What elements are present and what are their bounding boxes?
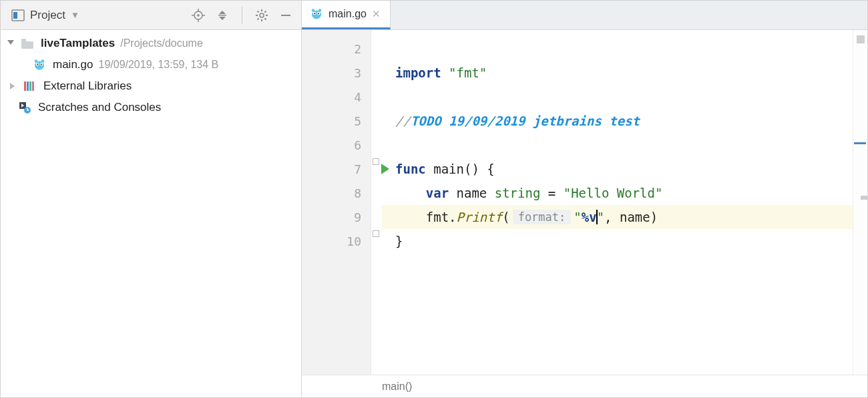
svg-marker-37 <box>10 83 15 89</box>
line-number: 10 <box>347 234 361 248</box>
svg-rect-1 <box>13 12 17 19</box>
folder-icon <box>21 37 35 49</box>
tab-main-go[interactable]: main.go ✕ <box>302 1 391 29</box>
editor-tab-bar: main.go ✕ <box>302 1 867 29</box>
line-number: 8 <box>354 186 361 200</box>
svg-rect-9 <box>218 15 226 16</box>
fold-start-icon[interactable] <box>373 158 379 165</box>
line-number: 7 <box>354 162 361 176</box>
breadcrumb[interactable]: main() <box>382 381 412 393</box>
kw-func: func <box>395 162 426 176</box>
stripe-marker[interactable] <box>861 196 867 200</box>
go-file-icon <box>310 7 323 21</box>
active-line: fmt.Printf(format:"%v", name) <box>382 205 866 229</box>
svg-point-26 <box>314 13 315 14</box>
editor-wrap: 2 3 4 5 6 7 8 9 10 import "fmt" //TODO 1… <box>302 30 867 397</box>
line-number: 4 <box>354 90 361 104</box>
str-hello: "Hello World" <box>564 186 663 200</box>
toolbar-separator <box>242 7 242 24</box>
libraries-icon <box>23 80 38 92</box>
line-number: 9 <box>354 210 361 224</box>
type-string: string <box>495 186 541 200</box>
func-sig: main() { <box>426 162 495 176</box>
tree-scratches-label: Scratches and Consoles <box>38 100 161 116</box>
close-icon[interactable]: ✕ <box>372 8 381 20</box>
chevron-right-icon <box>10 83 18 89</box>
project-label: Project <box>30 9 65 22</box>
project-tree: liveTamplates /Projects/docume main.go 1… <box>1 30 302 397</box>
svg-line-17 <box>264 18 266 19</box>
svg-marker-28 <box>7 40 14 45</box>
svg-rect-40 <box>29 81 31 91</box>
breadcrumbs-bar[interactable]: main() <box>302 375 867 397</box>
tree-file-main-go[interactable]: main.go 19/09/2019, 13:59, 134 B <box>1 54 301 75</box>
expand-all-icon[interactable] <box>214 7 231 24</box>
svg-rect-39 <box>27 81 29 91</box>
kw-var: var <box>426 186 449 200</box>
svg-point-23 <box>318 9 321 11</box>
svg-point-35 <box>37 63 38 65</box>
tree-root-path: /Projects/docume <box>120 35 203 51</box>
svg-line-16 <box>258 11 259 12</box>
svg-point-3 <box>197 14 200 17</box>
error-stripe[interactable] <box>853 30 867 375</box>
str-fmt: "fmt" <box>449 65 487 80</box>
scratches-icon <box>18 101 33 114</box>
line-number: 5 <box>354 114 361 128</box>
svg-line-19 <box>264 11 266 12</box>
svg-rect-41 <box>32 81 34 91</box>
go-file-icon <box>33 58 47 71</box>
svg-rect-29 <box>21 39 26 41</box>
tree-root-name: liveTamplates <box>41 35 115 51</box>
main-area: liveTamplates /Projects/docume main.go 1… <box>1 30 867 397</box>
line-number: 3 <box>354 66 361 80</box>
locate-icon[interactable] <box>190 7 207 24</box>
analysis-status-icon <box>857 35 865 43</box>
close-brace: } <box>395 234 403 248</box>
tree-scratches[interactable]: Scratches and Consoles <box>1 97 301 118</box>
chevron-down-icon: ▼ <box>71 10 79 20</box>
fold-end-icon[interactable] <box>373 230 379 237</box>
tree-extlib-label: External Libraries <box>43 78 132 94</box>
gear-icon[interactable] <box>253 7 270 24</box>
stripe-marker[interactable] <box>854 142 866 144</box>
todo-text: TODO 19/09/2019 jetbrains test <box>411 114 640 128</box>
svg-rect-46 <box>27 110 29 110</box>
param-hint: format: <box>513 210 572 224</box>
project-tool-window-button[interactable]: Project ▼ <box>7 7 83 23</box>
tree-external-libraries[interactable]: External Libraries <box>1 75 301 97</box>
call-printf: Printf <box>457 210 503 224</box>
line-gutter: 2 3 4 5 6 7 8 9 10 <box>302 30 371 375</box>
minimize-icon[interactable] <box>277 7 294 24</box>
svg-rect-38 <box>24 81 26 91</box>
svg-point-36 <box>41 63 42 65</box>
line-number: 6 <box>354 138 361 152</box>
tree-root[interactable]: liveTamplates /Projects/docume <box>1 33 301 54</box>
svg-rect-20 <box>281 15 290 16</box>
comment-slashes: // <box>395 114 411 128</box>
top-row: Project ▼ main.go ✕ <box>1 1 867 30</box>
line-number: 2 <box>354 42 361 56</box>
project-toolbar: Project ▼ <box>1 1 302 29</box>
svg-point-11 <box>260 13 264 17</box>
tree-file-meta: 19/09/2019, 13:59, 134 B <box>98 57 218 73</box>
tree-file-name: main.go <box>53 57 93 73</box>
project-window-icon <box>11 9 25 22</box>
svg-marker-8 <box>219 11 226 14</box>
svg-point-22 <box>312 9 314 11</box>
fmt-verb: %v <box>582 210 597 224</box>
svg-line-18 <box>258 18 259 19</box>
code-editor[interactable]: 2 3 4 5 6 7 8 9 10 import "fmt" //TODO 1… <box>302 30 867 375</box>
svg-point-27 <box>318 13 319 14</box>
svg-point-32 <box>41 59 44 62</box>
code-area[interactable]: import "fmt" //TODO 19/09/2019 jetbrains… <box>382 30 853 375</box>
chevron-down-icon <box>7 40 15 47</box>
svg-marker-10 <box>219 17 226 20</box>
kw-import: import <box>395 65 441 80</box>
fold-column <box>371 30 382 375</box>
tab-label: main.go <box>329 8 367 20</box>
svg-point-31 <box>35 59 37 62</box>
